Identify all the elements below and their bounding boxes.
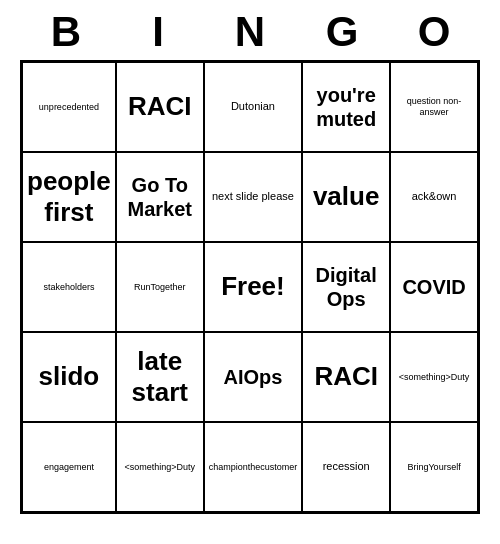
cell-text: you're muted xyxy=(307,83,385,131)
cell-text: question non-answer xyxy=(395,96,473,118)
cell-text: Digital Ops xyxy=(307,263,385,311)
cell-text: value xyxy=(313,181,380,212)
cell-4-3: recession xyxy=(302,422,390,512)
cell-3-2: AIOps xyxy=(204,332,303,422)
cell-text: championthecustomer xyxy=(209,462,298,473)
cell-text: slido xyxy=(39,361,100,392)
cell-4-1: <something>Duty xyxy=(116,422,204,512)
bingo-title: BINGO xyxy=(20,0,480,60)
cell-text: AIOps xyxy=(223,365,282,389)
cell-2-4: COVID xyxy=(390,242,478,332)
cell-1-2: next slide please xyxy=(204,152,303,242)
cell-4-0: engagement xyxy=(22,422,116,512)
cell-text: COVID xyxy=(402,275,465,299)
cell-4-2: championthecustomer xyxy=(204,422,303,512)
cell-text: <something>Duty xyxy=(399,372,470,383)
title-letter: B xyxy=(26,8,106,56)
cell-1-3: value xyxy=(302,152,390,242)
cell-text: ack&own xyxy=(412,190,457,203)
cell-1-1: Go To Market xyxy=(116,152,204,242)
cell-text: BringYourself xyxy=(407,462,460,473)
cell-text: unprecedented xyxy=(39,102,99,113)
cell-text: <something>Duty xyxy=(124,462,195,473)
cell-text: recession xyxy=(323,460,370,473)
cell-0-3: you're muted xyxy=(302,62,390,152)
title-letter: N xyxy=(210,8,290,56)
cell-3-4: <something>Duty xyxy=(390,332,478,422)
title-letter: O xyxy=(394,8,474,56)
cell-2-1: RunTogether xyxy=(116,242,204,332)
cell-text: RunTogether xyxy=(134,282,186,293)
cell-text: RACI xyxy=(314,361,378,392)
cell-2-0: stakeholders xyxy=(22,242,116,332)
cell-text: Dutonian xyxy=(231,100,275,113)
cell-2-2: Free! xyxy=(204,242,303,332)
title-letter: I xyxy=(118,8,198,56)
cell-0-0: unprecedented xyxy=(22,62,116,152)
cell-3-3: RACI xyxy=(302,332,390,422)
cell-text: Free! xyxy=(221,271,285,302)
cell-2-3: Digital Ops xyxy=(302,242,390,332)
cell-text: engagement xyxy=(44,462,94,473)
cell-text: Go To Market xyxy=(121,173,199,221)
cell-text: next slide please xyxy=(212,190,294,203)
cell-4-4: BringYourself xyxy=(390,422,478,512)
cell-3-1: late start xyxy=(116,332,204,422)
cell-3-0: slido xyxy=(22,332,116,422)
title-letter: G xyxy=(302,8,382,56)
cell-0-4: question non-answer xyxy=(390,62,478,152)
bingo-grid: unprecedentedRACIDutonianyou're mutedque… xyxy=(20,60,480,514)
cell-0-1: RACI xyxy=(116,62,204,152)
cell-text: late start xyxy=(121,346,199,408)
cell-1-4: ack&own xyxy=(390,152,478,242)
cell-text: people first xyxy=(27,166,111,228)
cell-text: stakeholders xyxy=(43,282,94,293)
cell-text: RACI xyxy=(128,91,192,122)
cell-1-0: people first xyxy=(22,152,116,242)
cell-0-2: Dutonian xyxy=(204,62,303,152)
